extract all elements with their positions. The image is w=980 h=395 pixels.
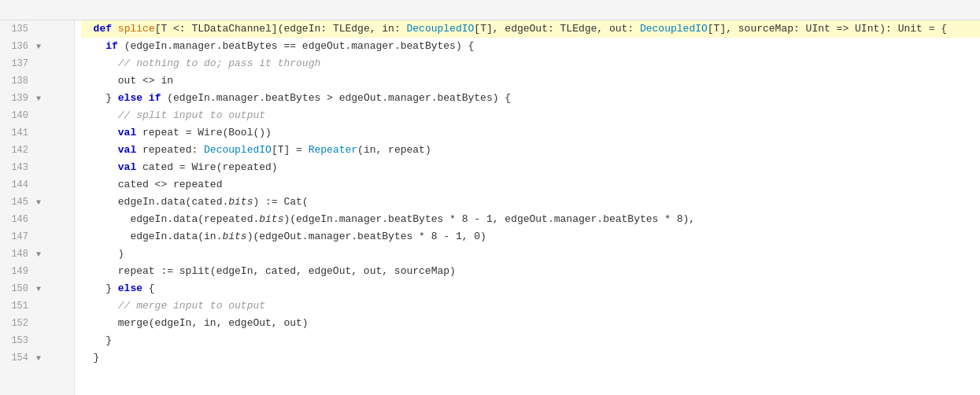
gutter-icon-empty — [33, 266, 44, 277]
line-number: 147 — [3, 230, 28, 244]
code-token: cated = Wire(repeated) — [136, 160, 277, 175]
code-token: ) — [81, 246, 124, 262]
code-token: merge(edgeIn, in, edgeOut, out) — [81, 316, 309, 331]
gutter-icon-empty — [33, 76, 44, 87]
gutter-row: 141 — [0, 124, 74, 142]
code-token — [81, 108, 118, 124]
line-gutter: 135136▼137138139▼140141142143144145▼1461… — [0, 20, 75, 395]
code-token — [81, 298, 118, 314]
collapse-icon[interactable]: ▼ — [33, 249, 44, 260]
gutter-row: 142 — [0, 142, 74, 159]
collapse-icon[interactable]: ▼ — [33, 93, 44, 104]
line-number: 141 — [3, 126, 28, 140]
code-token: )(edgeOut.manager.beatBytes * 8 - 1, 0) — [247, 229, 486, 245]
code-line: val repeat = Wire(Bool()) — [81, 124, 980, 142]
code-token: bits — [259, 212, 283, 227]
code-container: 135136▼137138139▼140141142143144145▼1461… — [0, 20, 980, 395]
code-token: // merge input to output — [118, 298, 265, 314]
code-line: edgeIn.data(repeated.bits)(edgeIn.manage… — [81, 211, 980, 228]
code-token: ) := Cat( — [253, 194, 308, 210]
code-token: if — [149, 90, 161, 106]
gutter-row: 143 — [0, 159, 74, 176]
code-line: // merge input to output — [81, 297, 980, 315]
code-token: DecoupledIO — [640, 21, 708, 37]
gutter-icon-empty — [33, 335, 44, 346]
line-number: 136 — [3, 39, 28, 54]
code-line: } — [81, 332, 980, 349]
code-token: } — [81, 333, 112, 349]
code-token: if — [105, 39, 118, 54]
code-token: edgeIn.data(cated. — [81, 194, 228, 210]
code-line: // split input to output — [81, 107, 980, 124]
code-area: def splice[T <: TLDataChannel](edgeIn: T… — [75, 20, 980, 395]
gutter-icon-empty — [33, 231, 44, 242]
code-token: // nothing to do; pass it through — [118, 56, 320, 72]
gutter-row: 147 — [0, 228, 74, 245]
gutter-row: 153 — [0, 332, 74, 349]
code-token — [112, 21, 118, 37]
code-token: (in, repeat) — [357, 142, 431, 158]
gutter-row: 145▼ — [0, 194, 74, 211]
line-number: 154 — [3, 351, 28, 365]
code-token: } — [81, 350, 99, 366]
code-token: val — [118, 142, 136, 158]
code-line: } — [81, 349, 980, 367]
code-token: } — [81, 90, 118, 106]
code-token: edgeIn.data(repeated. — [81, 212, 259, 227]
code-token: else — [118, 281, 142, 297]
gutter-row: 148▼ — [0, 245, 74, 263]
line-number: 143 — [3, 161, 28, 175]
code-token: (edgeIn.manager.beatBytes == edgeOut.man… — [118, 39, 474, 54]
gutter-icon-empty — [33, 301, 44, 312]
gutter-row: 152 — [0, 315, 74, 332]
code-line: val cated = Wire(repeated) — [81, 159, 980, 176]
code-line: edgeIn.data(cated.bits) := Cat( — [81, 194, 980, 211]
code-line: def splice[T <: TLDataChannel](edgeIn: T… — [81, 20, 980, 38]
code-line: ) — [81, 245, 980, 263]
code-token: splice — [118, 21, 155, 37]
line-number: 146 — [3, 212, 28, 227]
code-token — [81, 39, 105, 54]
collapse-icon[interactable]: ▼ — [33, 41, 44, 52]
collapse-icon[interactable]: ▼ — [33, 283, 44, 294]
gutter-row: 149 — [0, 263, 74, 280]
line-number: 138 — [3, 74, 28, 88]
gutter-row: 135 — [0, 20, 74, 38]
code-line: merge(edgeIn, in, edgeOut, out) — [81, 315, 980, 332]
code-token: cated <> repeated — [81, 177, 222, 193]
code-token: repeat = Wire(Bool()) — [136, 125, 272, 141]
line-number: 149 — [3, 264, 28, 279]
code-token: edgeIn.data(in. — [81, 229, 222, 245]
line-number: 139 — [3, 91, 28, 105]
code-token: [T] = — [272, 142, 309, 158]
gutter-icon-empty — [33, 214, 44, 225]
code-token — [81, 56, 118, 72]
code-line: val repeated: DecoupledIO[T] = Repeater(… — [81, 142, 980, 159]
header-bar — [0, 0, 980, 20]
code-token: [T], sourceMap: UInt => UInt): Unit = { — [708, 21, 947, 37]
line-number: 152 — [3, 316, 28, 330]
code-token: def — [94, 21, 112, 37]
collapse-icon[interactable]: ▼ — [33, 197, 44, 208]
code-token — [142, 90, 149, 106]
collapse-icon[interactable]: ▼ — [33, 353, 44, 364]
code-token: bits — [222, 229, 246, 245]
code-token — [81, 160, 118, 175]
code-line: out <> in — [81, 72, 980, 90]
code-token: val — [118, 160, 136, 175]
code-token: (edgeIn.manager.beatBytes > edgeOut.mana… — [161, 90, 511, 106]
line-number: 140 — [3, 109, 28, 123]
code-token: DecoupledIO — [407, 21, 475, 37]
line-number: 144 — [3, 178, 28, 192]
line-number: 153 — [3, 334, 28, 348]
code-token: )(edgeIn.manager.beatBytes * 8 - 1, edge… — [283, 212, 695, 227]
line-number: 150 — [3, 282, 28, 296]
code-token: DecoupledIO — [204, 142, 272, 158]
code-line: } else if (edgeIn.manager.beatBytes > ed… — [81, 90, 980, 107]
gutter-row: 154▼ — [0, 349, 74, 367]
code-token: repeated: — [136, 142, 204, 158]
code-token: Repeater — [309, 142, 357, 158]
line-number: 142 — [3, 143, 28, 157]
code-token: out <> in — [81, 73, 173, 89]
code-token: else — [118, 90, 142, 106]
